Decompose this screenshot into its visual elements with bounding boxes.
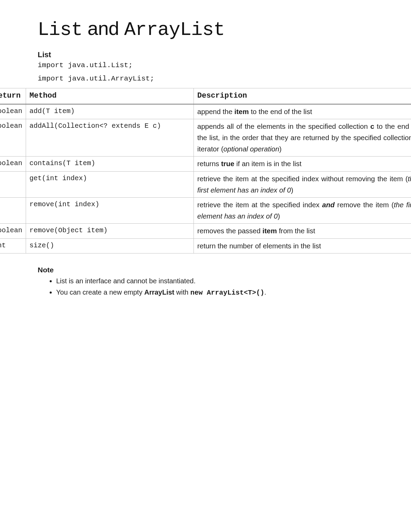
header-return: Return (0, 88, 26, 104)
list-item: List is an interface and cannot be insta… (56, 276, 373, 286)
cell-return: int (0, 238, 26, 253)
cell-return: boolean (0, 157, 26, 171)
table-row: Tget(int index)retrieve the item at the … (0, 171, 411, 197)
table-row: booleanadd(T item)append the item to the… (0, 104, 411, 119)
notes-list: List is an interface and cannot be insta… (38, 276, 373, 298)
table-row: booleanaddAll(Collection<? extends E c)a… (0, 119, 411, 157)
methods-table: Return Method Description booleanadd(T i… (0, 88, 411, 253)
cell-method: addAll(Collection<? extends E c) (26, 119, 194, 157)
title-joiner: and (82, 17, 124, 39)
table-row: booleanremove(Object item)removes the pa… (0, 224, 411, 238)
cell-description: removes the passed item from the list (194, 224, 411, 238)
cell-description: returns true if an item is in the list (194, 157, 411, 171)
cell-return: boolean (0, 104, 26, 119)
cell-description: appends all of the elements in the speci… (194, 119, 411, 157)
import-statement-arraylist: import java.util.ArrayList; (38, 75, 373, 83)
cell-method: get(int index) (26, 171, 194, 197)
title-part-arraylist: ArrayList (124, 19, 224, 41)
note-heading: Note (38, 266, 373, 274)
title-part-list: List (38, 19, 82, 41)
header-method: Method (26, 88, 194, 104)
section-heading-list: List (38, 50, 373, 59)
import-statement-list: import java.util.List; (38, 61, 373, 69)
cell-description: append the item to the end of the list (194, 104, 411, 119)
list-item: You can create a new empty ArrayList wit… (56, 287, 373, 298)
table-row: intsize()return the number of elements i… (0, 238, 411, 253)
cell-return: boolean (0, 224, 26, 238)
table-row: booleancontains(T item)returns true if a… (0, 157, 411, 171)
table-row: Tremove(int index)retrieve the item at t… (0, 198, 411, 224)
cell-return: boolean (0, 119, 26, 157)
cell-method: size() (26, 238, 194, 253)
cell-method: add(T item) (26, 104, 194, 119)
page-title: List and ArrayList (38, 17, 373, 41)
cell-description: retrieve the item at the specified index… (194, 171, 411, 197)
cell-return: T (0, 171, 26, 197)
cell-method: contains(T item) (26, 157, 194, 171)
cell-method: remove(Object item) (26, 224, 194, 238)
cell-method: remove(int index) (26, 198, 194, 224)
cell-description: retrieve the item at the specified index… (194, 198, 411, 224)
cell-description: return the number of elements in the lis… (194, 238, 411, 253)
table-header-row: Return Method Description (0, 88, 411, 104)
header-description: Description (194, 88, 411, 104)
cell-return: T (0, 198, 26, 224)
